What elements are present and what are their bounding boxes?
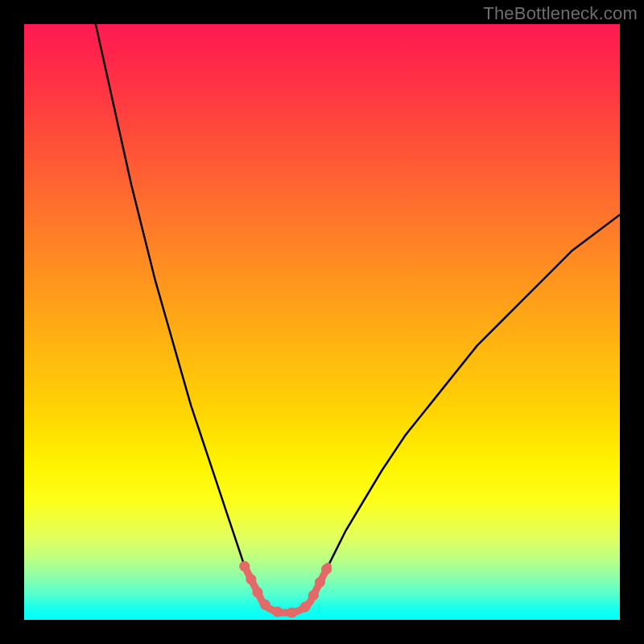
curve-layer [24, 24, 620, 620]
plot-area [24, 24, 620, 620]
valley-highlight-line [245, 566, 328, 613]
right-curve [316, 215, 620, 590]
left-curve [96, 24, 257, 590]
chart-frame: TheBottleneck.com [0, 0, 644, 644]
watermark-text: TheBottleneck.com [483, 3, 638, 24]
